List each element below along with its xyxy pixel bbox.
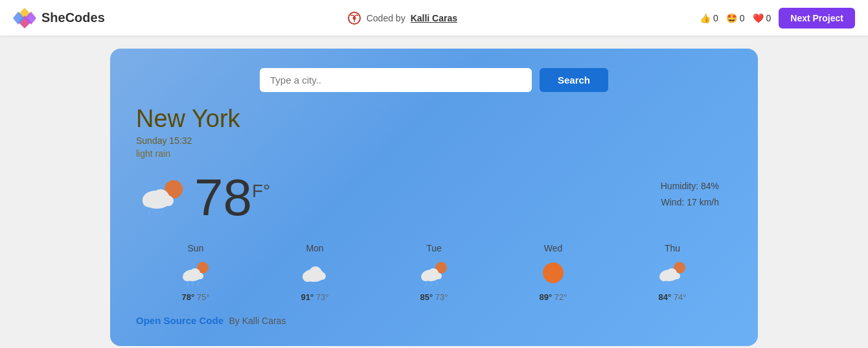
forecast-day-1: Mon 91° 73°	[299, 243, 331, 302]
svg-line-42	[674, 282, 676, 286]
wind-display: Wind: 17 km/h	[661, 194, 719, 211]
forecast-day-4: Thu 84° 74°	[656, 243, 689, 302]
heart-icon: ❤️	[753, 13, 764, 23]
forecast-icon-1	[299, 259, 331, 287]
city-date: Sunday 15:32	[136, 135, 732, 146]
svg-point-25	[318, 272, 326, 280]
bio-icon	[347, 11, 361, 25]
reaction-thumbs-up[interactable]: 👍 0	[700, 13, 718, 23]
next-project-button[interactable]: Next Project	[779, 8, 855, 29]
coded-by-label: Coded by	[367, 13, 405, 23]
forecast-icon-2	[418, 259, 450, 287]
forecast-icon-0	[179, 259, 212, 287]
forecast-temps-3: 89° 72°	[540, 292, 567, 302]
svg-line-20	[192, 282, 194, 286]
logo-text: SheCodes	[41, 10, 105, 25]
search-button[interactable]: Search	[540, 68, 608, 92]
svg-point-34	[543, 262, 564, 283]
city-name: New York	[136, 105, 732, 133]
forecast-temps-0: 78° 75°	[182, 292, 210, 302]
main-weather-icon	[136, 175, 188, 220]
forecast-day-name-4: Thu	[665, 243, 680, 253]
heart-count: 0	[766, 13, 771, 23]
forecast-temps-4: 84° 74°	[659, 292, 687, 302]
forecast-day-name-0: Sun	[188, 243, 204, 253]
svg-line-13	[161, 210, 163, 215]
thumbs-up-icon: 👍	[700, 13, 711, 23]
open-source-link[interactable]: Open Source Code	[136, 315, 223, 326]
weather-card: Search New York Sunday 15:32 light rain	[110, 49, 758, 346]
author-link[interactable]: Kalli Caras	[411, 13, 457, 23]
star-eyes-count: 0	[740, 13, 745, 23]
forecast-day-name-1: Mon	[306, 243, 323, 253]
svg-line-19	[187, 282, 188, 286]
svg-line-12	[155, 210, 157, 215]
temperature-unit: F°	[252, 181, 270, 202]
main-content: Search New York Sunday 15:32 light rain	[0, 36, 868, 348]
humidity-display: Humidity: 84%	[661, 178, 719, 194]
forecast-day-3: Wed 89° 72°	[537, 243, 569, 302]
forecast-day-2: Tue 85° 73°	[418, 243, 450, 302]
card-footer: Open Source Code By Kalli Caras	[136, 315, 732, 327]
reaction-star-eyes[interactable]: 🤩 0	[726, 13, 745, 23]
weather-details: Humidity: 84% Wind: 17 km/h	[661, 178, 719, 211]
coded-by-section: Coded by Kalli Caras	[347, 11, 457, 25]
nav-right: 👍 0 🤩 0 ❤️ 0 Next Project	[700, 8, 855, 29]
footer-by-label: By Kalli Caras	[229, 316, 286, 326]
svg-line-31	[426, 282, 427, 286]
thumbs-up-count: 0	[713, 13, 718, 23]
reaction-heart[interactable]: ❤️ 0	[753, 13, 771, 23]
logo-area: SheCodes	[13, 6, 105, 30]
forecast-row: Sun 78° 75° Mon	[136, 243, 732, 302]
forecast-temps-2: 85° 73°	[420, 292, 448, 302]
svg-line-40	[664, 282, 665, 286]
svg-point-10	[163, 196, 174, 206]
svg-point-18	[197, 273, 203, 279]
city-desc: light rain	[136, 148, 732, 159]
search-input[interactable]	[260, 68, 532, 92]
svg-line-21	[198, 282, 199, 286]
search-area: Search	[136, 68, 732, 92]
svg-line-41	[669, 282, 670, 286]
top-nav: SheCodes Coded by Kalli Caras 👍 0 🤩 0 ❤️…	[0, 0, 868, 36]
forecast-day-name-3: Wed	[544, 243, 563, 253]
forecast-icon-4	[656, 259, 689, 287]
svg-point-5	[352, 16, 356, 19]
forecast-temps-1: 91° 73°	[301, 292, 329, 302]
temperature-display: 78	[194, 172, 252, 224]
forecast-day-0: Sun 78° 75°	[179, 243, 212, 302]
shecodes-logo-icon	[13, 6, 36, 30]
svg-line-11	[148, 210, 150, 215]
svg-point-39	[674, 273, 680, 279]
svg-point-30	[435, 273, 442, 279]
svg-line-33	[436, 282, 437, 286]
forecast-icon-3	[537, 259, 569, 287]
star-eyes-icon: 🤩	[726, 13, 737, 23]
svg-line-32	[431, 282, 432, 286]
forecast-day-name-2: Tue	[426, 243, 442, 253]
current-weather: 78 F°	[136, 172, 732, 224]
